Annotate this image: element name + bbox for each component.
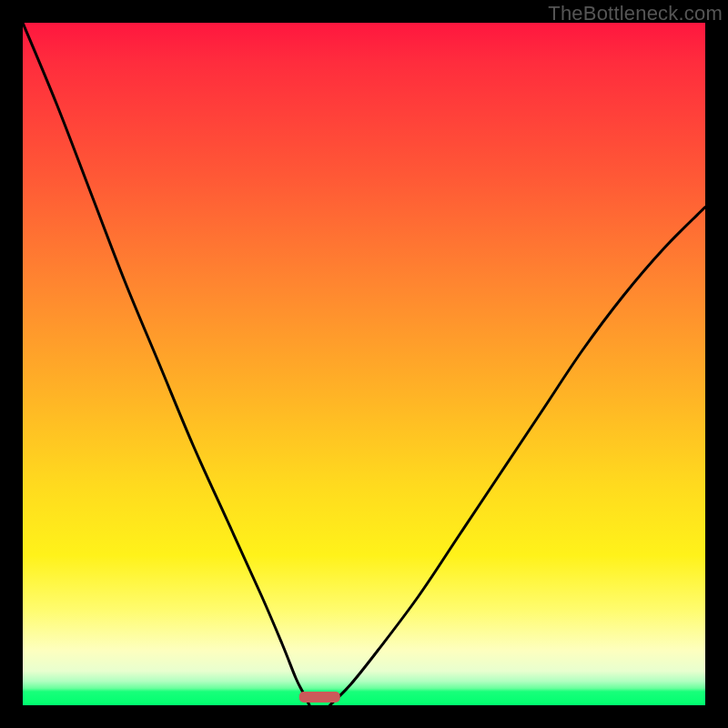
plot-area [23, 23, 705, 705]
curve-svg [23, 23, 705, 705]
watermark-text: TheBottleneck.com [548, 2, 723, 25]
chart-frame: TheBottleneck.com [0, 0, 728, 728]
bottleneck-curve-right [330, 207, 706, 706]
bottleneck-curve-left [23, 23, 309, 705]
min-marker [299, 692, 340, 703]
